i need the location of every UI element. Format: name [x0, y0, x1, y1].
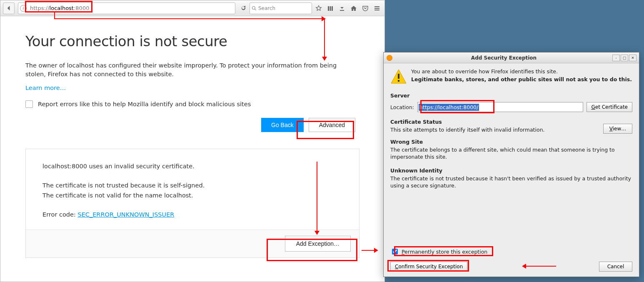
annotation-arrow	[54, 12, 55, 19]
firefox-icon	[386, 55, 393, 61]
search-box[interactable]: Search	[250, 2, 312, 14]
warning-text-2: Legitimate banks, stores, and other publ…	[411, 76, 632, 82]
dialog-title: Add Security Exception	[395, 55, 612, 61]
unknown-identity-text: The certificate is not trusted because i…	[390, 175, 632, 190]
window-minimize-button[interactable]: ‐	[612, 55, 620, 61]
address-bar[interactable]: i https://localhost:8000	[18, 2, 235, 14]
dialog-titlebar[interactable]: Add Security Exception ‐ □ ✕	[384, 52, 639, 63]
svg-rect-3	[330, 6, 331, 11]
get-certificate-button[interactable]: Get Certificate	[587, 102, 632, 112]
learn-more-link[interactable]: Learn more…	[25, 85, 66, 91]
window-close-button[interactable]: ✕	[629, 55, 637, 61]
svg-rect-10	[398, 80, 399, 82]
wrong-site-heading: Wrong Site	[390, 139, 632, 145]
error-code-line: Error code: SEC_ERROR_UNKNOWN_ISSUER	[42, 210, 342, 220]
svg-rect-7	[374, 10, 379, 10]
go-back-button[interactable]: Go Back	[261, 118, 304, 132]
server-heading: Server	[390, 92, 632, 99]
library-icon[interactable]	[325, 3, 335, 13]
url-input[interactable]	[28, 4, 132, 12]
advanced-panel: localhost:8000 uses an invalid security …	[25, 149, 359, 258]
permanently-store-label[interactable]: Permanently store this exception	[402, 249, 487, 255]
svg-rect-2	[328, 6, 329, 11]
advanced-button[interactable]: Advanced	[309, 118, 355, 132]
pocket-icon[interactable]	[360, 3, 370, 13]
reload-button[interactable]	[239, 4, 248, 13]
location-value: https://localhost:8000/	[419, 104, 479, 111]
navigation-toolbar: i https://localhost:8000 Search	[0, 0, 384, 16]
advanced-line: localhost:8000 uses an invalid security …	[42, 162, 342, 171]
svg-point-0	[252, 6, 255, 9]
cert-status-heading: Certificate Status	[390, 119, 599, 125]
search-icon	[252, 6, 257, 11]
security-exception-dialog: Add Security Exception ‐ □ ✕ You are abo…	[383, 52, 639, 277]
unknown-identity-heading: Unknown Identity	[390, 167, 632, 174]
back-button[interactable]	[3, 2, 15, 14]
button-row: Go Back Advanced	[25, 118, 359, 132]
warning-text-1: You are about to override how Firefox id…	[411, 68, 632, 75]
search-placeholder: Search	[258, 5, 275, 11]
home-icon[interactable]	[349, 3, 359, 13]
window-maximize-button[interactable]: □	[621, 55, 628, 61]
svg-rect-6	[374, 8, 379, 9]
advanced-line: The certificate is not valid for the nam…	[42, 191, 342, 200]
advanced-line: The certificate is not trusted because i…	[42, 181, 342, 190]
menu-icon[interactable]	[372, 3, 382, 13]
location-label: Location:	[390, 104, 414, 110]
warning-icon	[390, 68, 407, 85]
permanently-store-checkbox[interactable]	[392, 249, 398, 255]
svg-rect-4	[332, 6, 333, 11]
view-cert-button[interactable]: View…	[603, 124, 632, 134]
report-label: Report errors like this to help Mozilla …	[38, 101, 251, 107]
site-info-icon[interactable]: i	[20, 5, 27, 12]
bookmark-star-icon[interactable]	[314, 3, 324, 13]
svg-rect-9	[398, 74, 399, 79]
svg-rect-5	[374, 6, 379, 7]
location-input[interactable]: https://localhost:8000/	[417, 102, 583, 112]
page-content: Your connection is not secure The owner …	[0, 16, 384, 282]
wrong-site-text: The certificate belongs to a different s…	[390, 147, 632, 161]
firefox-window: i https://localhost:8000 Search	[0, 0, 385, 282]
cert-status-text: This site attempts to identify itself wi…	[390, 127, 599, 133]
downloads-icon[interactable]	[337, 3, 347, 13]
error-code-link[interactable]: SEC_ERROR_UNKNOWN_ISSUER	[77, 211, 174, 218]
svg-line-1	[255, 9, 256, 10]
confirm-exception-button[interactable]: Confirm Security Exception	[390, 262, 467, 272]
warning-description: The owner of localhost has configured th…	[25, 61, 350, 79]
page-title: Your connection is not secure	[25, 33, 359, 50]
report-checkbox[interactable]	[25, 100, 33, 108]
report-checkbox-row: Report errors like this to help Mozilla …	[25, 100, 359, 108]
add-exception-button[interactable]: Add Exception…	[285, 236, 351, 252]
cancel-button[interactable]: Cancel	[599, 262, 632, 272]
